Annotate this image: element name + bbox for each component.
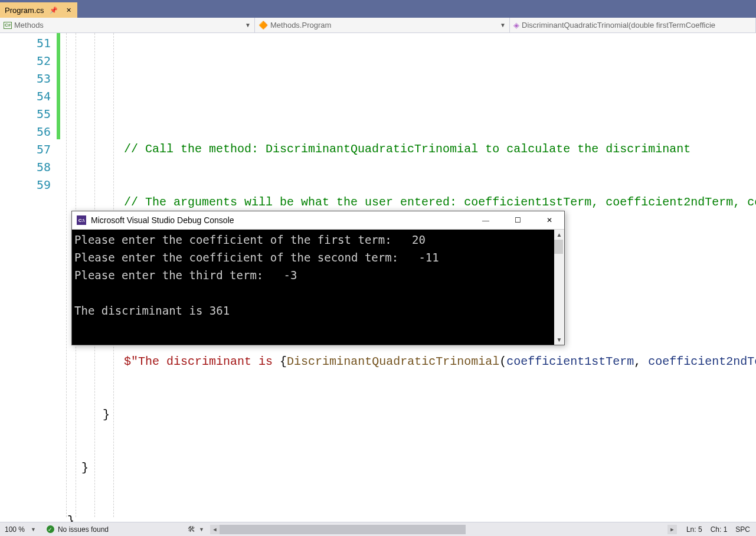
editor-hscrollbar[interactable]: ◄ ► — [207, 525, 680, 534]
chevron-down-icon: ▼ — [245, 22, 251, 28]
caret-line: Ln: 5 — [686, 525, 702, 534]
csharp-icon: C# — [4, 22, 12, 29]
console-titlebar[interactable]: C:\ Microsoft Visual Studio Debug Consol… — [72, 211, 564, 230]
code-identifier: coefficient1stTerm — [506, 355, 634, 368]
line-number: 53 — [0, 70, 51, 87]
line-number: 54 — [0, 87, 51, 105]
document-tab[interactable]: Program.cs 📌 ✕ — [0, 2, 77, 18]
code-identifier: coefficient2ndTerm — [648, 355, 756, 368]
line-number: 52 — [0, 52, 51, 70]
code-method: DiscriminantQuadraticTrinomial — [287, 355, 499, 368]
console-app-icon: C:\ — [77, 215, 86, 225]
maximize-button[interactable]: ☐ — [504, 211, 531, 229]
line-number: 55 — [0, 105, 51, 123]
line-number: 56 — [0, 123, 51, 140]
console-line: Please enter the coefficient of the firs… — [74, 233, 426, 246]
issues-label: No issues found — [58, 525, 109, 534]
scroll-track[interactable] — [220, 525, 667, 534]
console-vscrollbar[interactable]: ▲ ▼ — [554, 230, 564, 345]
line-number: 58 — [0, 158, 51, 176]
scroll-left-arrow-icon[interactable]: ◄ — [210, 525, 220, 534]
line-number: 51 — [0, 34, 51, 52]
code-comment: // The arguments will be what the user e… — [124, 195, 756, 209]
code-comment: // Call the method: DiscriminantQuadrati… — [124, 142, 690, 156]
screwdriver-icon[interactable]: 🛠 — [186, 525, 197, 534]
class-icon: 🔶 — [258, 21, 268, 30]
debug-console-window[interactable]: C:\ Microsoft Visual Studio Debug Consol… — [71, 211, 565, 345]
pin-icon[interactable]: 📌 — [47, 6, 60, 14]
console-output[interactable]: Please enter the coefficient of the firs… — [72, 230, 554, 345]
zoom-level[interactable]: 100 % — [0, 525, 27, 534]
scope-class-label: Methods.Program — [270, 21, 331, 30]
minimize-button[interactable]: — — [472, 211, 499, 229]
indent-mode[interactable]: SPC — [735, 525, 750, 534]
scope-member-label: DiscriminantQuadraticTrinomial(double fi… — [522, 21, 715, 30]
scope-project-dropdown[interactable]: C# Methods ▼ — [0, 18, 255, 32]
caret-col: Ch: 1 — [711, 525, 728, 534]
line-number: 59 — [0, 176, 51, 194]
scroll-up-arrow-icon[interactable]: ▲ — [554, 230, 564, 240]
console-line: Please enter the coefficient of the seco… — [74, 251, 439, 264]
method-icon: ◈ — [513, 21, 519, 30]
console-title-text: Microsoft Visual Studio Debug Console — [91, 215, 467, 225]
chevron-down-icon[interactable]: ▼ — [197, 527, 207, 532]
status-bar: 100 % ▼ ✓ No issues found 🛠 ▼ ◄ ► Ln: 5 … — [0, 522, 756, 536]
scope-member-dropdown[interactable]: ◈ DiscriminantQuadraticTrinomial(double … — [510, 18, 756, 32]
editor-area: 51 52 53 54 55 56 57 58 59 // Call the m… — [0, 33, 756, 517]
line-number-gutter: 51 52 53 54 55 56 57 58 59 — [0, 33, 57, 517]
scroll-right-arrow-icon[interactable]: ► — [667, 525, 677, 534]
close-icon[interactable]: ✕ — [64, 6, 74, 14]
issues-status[interactable]: ✓ No issues found — [40, 525, 116, 534]
console-line: The discriminant is 361 — [74, 304, 230, 317]
check-icon: ✓ — [47, 525, 54, 533]
close-button[interactable]: ✕ — [536, 211, 563, 229]
scroll-thumb[interactable] — [554, 240, 563, 254]
document-tab-bar: Program.cs 📌 ✕ — [0, 2, 756, 18]
scroll-down-arrow-icon[interactable]: ▼ — [554, 335, 564, 345]
code-brace: } — [81, 461, 89, 475]
code-string: The discriminant is — [138, 355, 280, 368]
scope-project-label: Methods — [14, 21, 44, 30]
code-nav-bar: C# Methods ▼ 🔶 Methods.Program ▼ ◈ Discr… — [0, 18, 756, 33]
chevron-down-icon[interactable]: ▼ — [27, 527, 40, 532]
code-brace: } — [103, 408, 110, 421]
document-tab-label: Program.cs — [5, 6, 44, 15]
scroll-thumb[interactable] — [220, 525, 466, 534]
scope-class-dropdown[interactable]: 🔶 Methods.Program ▼ — [255, 18, 510, 32]
console-line: Please enter the third term: -3 — [74, 269, 297, 282]
line-number: 57 — [0, 140, 51, 158]
chevron-down-icon: ▼ — [500, 22, 506, 28]
